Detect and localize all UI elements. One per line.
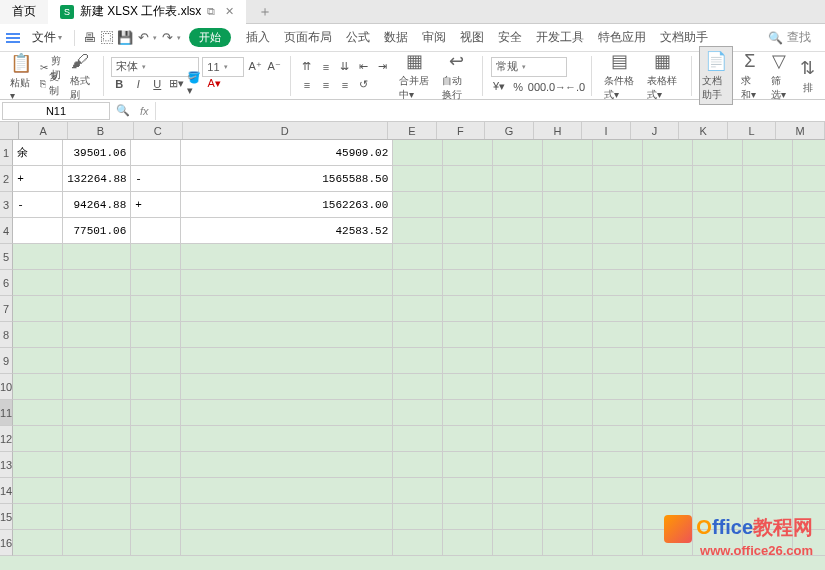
cell[interactable] bbox=[181, 348, 393, 374]
cell[interactable] bbox=[181, 270, 393, 296]
cell[interactable] bbox=[543, 244, 593, 270]
cell[interactable] bbox=[743, 478, 793, 504]
cell[interactable] bbox=[393, 322, 443, 348]
cell[interactable] bbox=[13, 478, 63, 504]
cell[interactable] bbox=[493, 270, 543, 296]
cell[interactable] bbox=[643, 322, 693, 348]
cell[interactable] bbox=[393, 452, 443, 478]
row-header[interactable]: 1 bbox=[0, 140, 13, 166]
tab-add[interactable]: ＋ bbox=[246, 0, 284, 24]
cell[interactable] bbox=[443, 166, 493, 192]
cell[interactable] bbox=[693, 452, 743, 478]
cell[interactable] bbox=[393, 244, 443, 270]
cell[interactable] bbox=[181, 452, 393, 478]
cell[interactable] bbox=[543, 426, 593, 452]
cell[interactable]: 77501.06 bbox=[63, 218, 131, 244]
cell[interactable] bbox=[63, 374, 131, 400]
cell[interactable] bbox=[131, 296, 181, 322]
cell[interactable] bbox=[793, 452, 825, 478]
cell[interactable] bbox=[63, 244, 131, 270]
cell[interactable] bbox=[131, 504, 181, 530]
row-header[interactable]: 12 bbox=[0, 426, 13, 452]
cell[interactable] bbox=[13, 452, 63, 478]
merge-button[interactable]: ▦合并居中▾ bbox=[395, 49, 434, 102]
format-painter-button[interactable]: 🖌格式刷 bbox=[66, 49, 95, 102]
cell[interactable]: 42583.52 bbox=[181, 218, 393, 244]
row-header[interactable]: 16 bbox=[0, 530, 13, 556]
row-header[interactable]: 10 bbox=[0, 374, 13, 400]
formula-input[interactable] bbox=[155, 102, 825, 120]
cell[interactable] bbox=[593, 452, 643, 478]
cell[interactable] bbox=[593, 218, 643, 244]
cell[interactable] bbox=[693, 270, 743, 296]
cell[interactable] bbox=[63, 478, 131, 504]
menu-tab[interactable]: 视图 bbox=[453, 30, 491, 44]
cell[interactable] bbox=[593, 348, 643, 374]
wrap-button[interactable]: ↩自动换行 bbox=[438, 49, 474, 102]
cell[interactable] bbox=[63, 348, 131, 374]
cell[interactable] bbox=[131, 140, 181, 166]
cell[interactable] bbox=[493, 322, 543, 348]
cell[interactable] bbox=[131, 452, 181, 478]
cell[interactable] bbox=[693, 192, 743, 218]
cell[interactable]: 45909.02 bbox=[181, 140, 393, 166]
align-right-icon[interactable]: ≡ bbox=[337, 77, 353, 93]
column-header[interactable]: H bbox=[534, 122, 583, 139]
cell[interactable] bbox=[543, 296, 593, 322]
cell[interactable] bbox=[743, 270, 793, 296]
cell[interactable] bbox=[543, 478, 593, 504]
cell[interactable] bbox=[743, 426, 793, 452]
cell[interactable] bbox=[693, 140, 743, 166]
cell[interactable] bbox=[443, 504, 493, 530]
cell[interactable] bbox=[131, 400, 181, 426]
cell[interactable] bbox=[131, 478, 181, 504]
cell[interactable] bbox=[393, 218, 443, 244]
cell[interactable] bbox=[793, 296, 825, 322]
increase-font-icon[interactable]: A⁺ bbox=[247, 59, 263, 75]
indent-right-icon[interactable]: ⇥ bbox=[375, 59, 391, 75]
sum-button[interactable]: Σ求和▾ bbox=[737, 49, 762, 102]
cell[interactable] bbox=[743, 296, 793, 322]
cell[interactable] bbox=[493, 166, 543, 192]
save-icon[interactable]: 💾 bbox=[117, 30, 133, 46]
italic-button[interactable]: I bbox=[130, 76, 146, 92]
cell[interactable] bbox=[543, 452, 593, 478]
align-top-icon[interactable]: ⇈ bbox=[299, 59, 315, 75]
font-name-select[interactable]: 宋体▾ bbox=[111, 57, 199, 77]
cell[interactable] bbox=[543, 218, 593, 244]
cell[interactable] bbox=[13, 218, 63, 244]
preview-icon[interactable]: ⿴ bbox=[99, 30, 115, 46]
row-header[interactable]: 15 bbox=[0, 504, 13, 530]
cell[interactable]: 132264.88 bbox=[63, 166, 131, 192]
cell[interactable] bbox=[543, 504, 593, 530]
duplicate-tab-icon[interactable]: ⧉ bbox=[207, 5, 215, 18]
cell[interactable] bbox=[393, 400, 443, 426]
currency-icon[interactable]: ¥▾ bbox=[491, 79, 507, 95]
cell[interactable] bbox=[443, 192, 493, 218]
cell[interactable] bbox=[393, 530, 443, 556]
font-size-select[interactable]: 11▾ bbox=[202, 57, 244, 77]
cell[interactable] bbox=[63, 426, 131, 452]
row-header[interactable]: 6 bbox=[0, 270, 13, 296]
cell[interactable] bbox=[793, 218, 825, 244]
cell[interactable] bbox=[443, 348, 493, 374]
cell[interactable] bbox=[743, 192, 793, 218]
cell[interactable] bbox=[493, 244, 543, 270]
column-header[interactable]: F bbox=[437, 122, 486, 139]
cell[interactable] bbox=[493, 530, 543, 556]
redo-icon[interactable]: ↷ bbox=[159, 30, 175, 46]
cell[interactable] bbox=[643, 166, 693, 192]
menu-tab[interactable]: 开发工具 bbox=[529, 30, 591, 44]
cell[interactable] bbox=[493, 218, 543, 244]
menu-tab[interactable]: 文档助手 bbox=[653, 30, 715, 44]
tab-home[interactable]: 首页 bbox=[0, 0, 48, 24]
cell[interactable] bbox=[543, 322, 593, 348]
align-bottom-icon[interactable]: ⇊ bbox=[337, 59, 353, 75]
cell[interactable]: + bbox=[13, 166, 63, 192]
cell[interactable] bbox=[743, 452, 793, 478]
cell[interactable] bbox=[643, 270, 693, 296]
cell[interactable] bbox=[13, 504, 63, 530]
cell[interactable] bbox=[543, 348, 593, 374]
cell[interactable] bbox=[693, 218, 743, 244]
menu-tab[interactable]: 页面布局 bbox=[277, 30, 339, 44]
